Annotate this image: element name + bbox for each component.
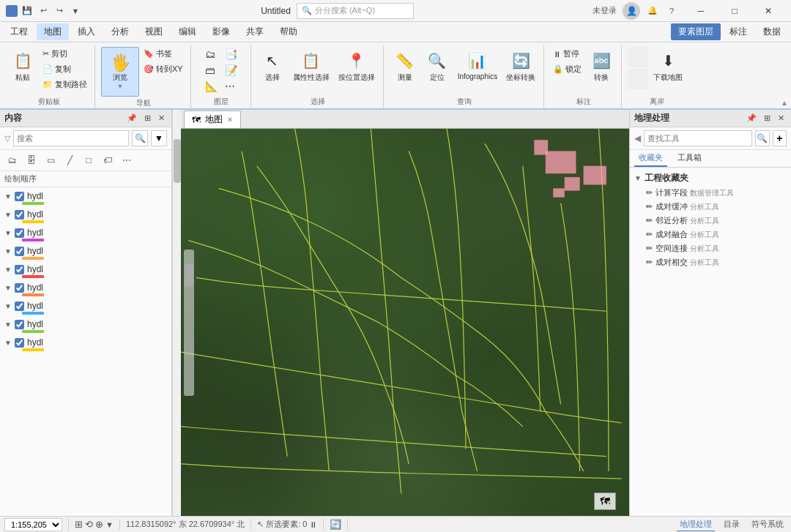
geo-tab-favorites[interactable]: 收藏夹 (634, 150, 667, 167)
map-vscroll-left[interactable] (184, 250, 194, 396)
menu-edit[interactable]: 编辑 (171, 23, 204, 40)
minimize-button[interactable]: ─ (684, 0, 718, 22)
layer-row-3[interactable]: ▼ hydl (3, 245, 168, 257)
tab-feature-layer[interactable]: 要素图层 (671, 23, 721, 40)
layer-search-button[interactable]: 🔍 (132, 130, 148, 146)
tree-group-header[interactable]: ▼ 工程收藏夹 (634, 171, 787, 186)
layer-search-input[interactable] (13, 130, 129, 146)
layer-btn1[interactable]: 🗂 (202, 47, 220, 61)
tree-item-4[interactable]: ✏ 空间连接 分析工具 (634, 241, 787, 255)
layer-btn4[interactable]: 📑 (222, 47, 240, 61)
tree-item-2[interactable]: ✏ 邻近分析 分析工具 (634, 214, 787, 228)
notification-icon[interactable]: 🔔 (646, 4, 659, 18)
quick-access-undo[interactable]: ↩ (37, 4, 50, 18)
download-map-button[interactable]: ⬇ 下载地图 (650, 47, 686, 85)
status-tab-catalog[interactable]: 目录 (721, 518, 743, 531)
layer-checkbox-7[interactable] (15, 320, 24, 329)
layer-checkbox-5[interactable] (15, 283, 24, 293)
refresh-icon[interactable]: 🔄 (330, 519, 341, 530)
menu-imagery[interactable]: 影像 (205, 23, 237, 40)
layer-row-6[interactable]: ▼ hydl (3, 300, 168, 312)
layer-checkbox-6[interactable] (15, 301, 24, 311)
cut-button[interactable]: ✂ 剪切 (40, 47, 90, 61)
status-nav-icon1[interactable]: ⊞ (75, 519, 83, 530)
geo-close-button[interactable]: ✕ (776, 113, 787, 124)
copy-path-button[interactable]: 📁 复制路径 (40, 78, 90, 91)
infographics-button[interactable]: 📊 Infographics (454, 47, 501, 83)
ribbon-collapse-button[interactable]: ▲ (781, 99, 788, 107)
point-tool-button[interactable]: □ (81, 152, 97, 168)
geo-menu-button[interactable]: ⊞ (762, 113, 773, 124)
close-button[interactable]: ✕ (751, 0, 785, 22)
tab-data[interactable]: 数据 (756, 23, 788, 40)
left-scroll-handle[interactable] (174, 139, 181, 183)
vscroll-handle[interactable] (185, 264, 193, 286)
browse-button[interactable]: 🖐 浏览 ▼ (101, 47, 139, 97)
contents-pin-button[interactable]: 📌 (125, 113, 139, 124)
menu-share[interactable]: 共享 (239, 23, 271, 40)
layer-checkbox-3[interactable] (15, 247, 24, 256)
layer-row-0[interactable]: ▼ hydl (3, 190, 168, 202)
goto-xy-button[interactable]: 🎯 转到XY (141, 62, 186, 76)
map-canvas[interactable]: 🗺 (181, 129, 629, 516)
layer-search-option[interactable]: ▼ (151, 130, 167, 146)
layer-btn6[interactable]: ⋯ (222, 79, 240, 94)
label-tool-button[interactable]: 🏷 (100, 152, 116, 168)
status-nav-icon3[interactable]: ⊕ (95, 519, 103, 530)
layer-row-5[interactable]: ▼ hydl (3, 282, 168, 293)
layer-checkbox-2[interactable] (15, 228, 24, 238)
menu-help[interactable]: 帮助 (272, 23, 305, 40)
line-tool-button[interactable]: ╱ (62, 152, 78, 168)
lock-button[interactable]: 🔒 锁定 (550, 62, 584, 76)
tab-labels[interactable]: 标注 (722, 23, 754, 40)
tree-item-0[interactable]: ✏ 计算字段 数据管理工具 (634, 186, 787, 200)
quick-access-save[interactable]: 💾 (21, 4, 34, 18)
help-icon[interactable]: ? (665, 4, 678, 18)
layer-row-2[interactable]: ▼ hydl (3, 227, 168, 239)
map-tab-close[interactable]: ✕ (227, 116, 233, 124)
locate-button[interactable]: 🔍 定位 (422, 47, 453, 85)
layer-row-1[interactable]: ▼ hydl (3, 209, 168, 220)
menu-analysis[interactable]: 分析 (104, 23, 136, 40)
status-tab-geoprocessing[interactable]: 地理处理 (677, 518, 715, 531)
paste-button[interactable]: 📋 粘贴 (7, 47, 38, 85)
user-avatar[interactable]: 👤 (623, 2, 640, 20)
layer-row-7[interactable]: ▼ hydl (3, 318, 168, 330)
pause-button[interactable]: ⏸ 暂停 (550, 47, 584, 61)
status-tab-symbology[interactable]: 符号系统 (749, 518, 787, 531)
add-layer-button[interactable]: 🗂 (4, 152, 21, 168)
tree-item-3[interactable]: ✏ 成对融合 分析工具 (634, 228, 787, 241)
layer-btn3[interactable]: 📐 (202, 79, 220, 94)
more-tools-button[interactable]: ⋯ (119, 152, 135, 168)
minimap-button[interactable]: 🗺 (594, 492, 616, 510)
menu-view[interactable]: 视图 (138, 23, 170, 40)
tree-item-1[interactable]: ✏ 成对缓冲 分析工具 (634, 200, 787, 214)
pause-status-btn[interactable]: ⏸ (309, 520, 317, 529)
layer-checkbox-8[interactable] (15, 338, 24, 348)
polygon-tool-button[interactable]: ▭ (42, 152, 59, 168)
label-convert-button[interactable]: 🔤 转换 (586, 47, 617, 85)
tree-item-5[interactable]: ✏ 成对相交 分析工具 (634, 255, 787, 269)
status-nav-dropdown[interactable]: ▼ (105, 520, 114, 529)
coord-convert-button[interactable]: 🔄 坐标转换 (502, 47, 539, 85)
contents-menu-button[interactable]: ⊞ (142, 113, 153, 124)
geo-pin-button[interactable]: 📌 (744, 113, 759, 124)
layer-checkbox-4[interactable] (15, 265, 24, 274)
geo-search-button[interactable]: 🔍 (755, 130, 770, 146)
layer-row-4[interactable]: ▼ hydl (3, 263, 168, 275)
map-tab[interactable]: 🗺 地图 ✕ (184, 110, 241, 128)
copy-button[interactable]: 📄 复制 (40, 62, 90, 76)
quick-access-redo[interactable]: ↪ (53, 4, 66, 18)
layer-btn2[interactable]: 🗃 (202, 63, 220, 78)
layer-btn5[interactable]: 📝 (222, 63, 240, 78)
quick-access-more[interactable]: ▼ (69, 4, 82, 18)
menu-project[interactable]: 工程 (3, 23, 35, 40)
location-select-button[interactable]: 📍 按位置选择 (335, 47, 379, 85)
database-button[interactable]: 🗄 (23, 152, 40, 168)
bookmark-button[interactable]: 🔖 书签 (141, 47, 186, 61)
select-button[interactable]: ↖ 选择 (257, 47, 288, 85)
geo-add-button[interactable]: + (773, 130, 787, 146)
menu-map[interactable]: 地图 (37, 23, 69, 40)
global-search-box[interactable]: 🔍 分分搜索 (Alt~Q) (297, 3, 414, 19)
left-panel-scrollbar[interactable] (172, 110, 181, 516)
